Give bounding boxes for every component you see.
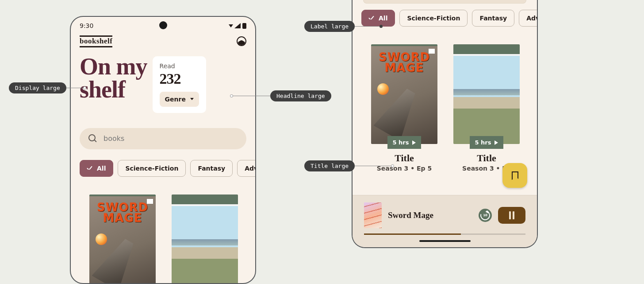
chip-fantasy[interactable]: Fantasy <box>472 10 514 27</box>
duration-play-badge[interactable]: 5 hrs <box>387 136 422 149</box>
chip-label: All <box>97 165 106 172</box>
page-title: On my shelf <box>80 55 147 101</box>
read-count-card: Read 232 Genre <box>153 56 206 113</box>
status-time: 9:30 <box>80 22 93 29</box>
annotation-pill: Title large <box>304 160 355 171</box>
brand-logo: bookshelf <box>80 35 112 47</box>
pause-bar-icon <box>509 211 511 219</box>
book-card[interactable]: SWORDMAGE 5 hrs Title Season 3 • Ep 5 <box>371 44 437 172</box>
chip-adventure[interactable]: Adventure <box>237 160 255 177</box>
nav-handle-icon <box>419 240 471 242</box>
phone-frame-a: 9:30 bookshelf On my shelf Read 232 Genr… <box>70 16 256 284</box>
annotation-title-large: Title large <box>304 160 394 171</box>
book-cover: SWORDMAGE <box>371 44 437 144</box>
camera-cutout <box>159 21 167 29</box>
now-playing-cover[interactable] <box>364 202 382 228</box>
bookmark-tag-icon <box>429 49 435 54</box>
signal-icon <box>234 23 241 28</box>
bookmark-fab[interactable] <box>502 163 527 188</box>
check-icon <box>369 16 375 20</box>
battery-icon <box>242 23 246 29</box>
hero-section: On my shelf Read 232 Genre <box>71 49 255 117</box>
chip-row: All Science-Fiction Fantasy Adventure <box>71 149 255 177</box>
book-title: Title <box>453 152 520 164</box>
genre-dropdown[interactable]: Genre <box>160 92 199 107</box>
annotation-label-large: Label large <box>304 21 383 32</box>
book-cover: SWORDMAGE <box>89 195 156 284</box>
play-icon <box>412 140 416 145</box>
skip-amount: 10 <box>483 214 487 217</box>
chevron-down-icon <box>190 98 194 100</box>
book-cover <box>172 195 238 284</box>
book-card[interactable]: 5 hrs Title Season 3 • Ep <box>453 44 520 172</box>
annotation-pill: Headline large <box>270 90 331 101</box>
pause-button[interactable] <box>498 207 525 224</box>
annotation-pill: Label large <box>304 21 355 32</box>
book-carousel[interactable]: SWORDMAGE 5 hrs Title Season 3 • Ep 5 5 … <box>353 43 537 172</box>
progress-bar[interactable] <box>364 233 525 235</box>
annotation-pill: Display large <box>9 82 66 93</box>
status-indicators <box>229 23 246 29</box>
now-playing-bar: Sword Mage 10 <box>353 195 537 247</box>
bookmark-tag-icon <box>147 199 153 204</box>
book-card[interactable]: SWORDMAGE <box>89 195 156 284</box>
read-count: 232 <box>160 70 199 87</box>
search-field-edge <box>363 0 526 4</box>
read-label: Read <box>160 62 199 70</box>
book-card[interactable] <box>172 195 238 284</box>
wifi-icon <box>229 24 233 27</box>
display-text-line1: On my <box>80 55 147 78</box>
annotation-headline-large: Headline large <box>230 90 331 101</box>
chip-fantasy[interactable]: Fantasy <box>190 160 233 177</box>
pause-bar-icon <box>513 211 514 219</box>
genre-label: Genre <box>165 96 186 103</box>
bookmark-icon <box>512 171 518 180</box>
search-input[interactable] <box>104 134 238 143</box>
gesture-nav-bar <box>353 235 537 247</box>
check-icon <box>87 166 93 171</box>
skip-forward-10-button[interactable]: 10 <box>479 209 492 222</box>
book-carousel[interactable]: SWORDMAGE <box>71 195 255 284</box>
chip-all[interactable]: All <box>80 160 113 177</box>
duration-label: 5 hrs <box>475 139 491 146</box>
account-avatar-icon[interactable] <box>237 36 246 46</box>
phone-frame-b: All Science-Fiction Fantasy Adventure SW… <box>352 0 538 248</box>
chip-adventure[interactable]: Adventure <box>519 10 537 27</box>
chip-science-fiction[interactable]: Science-Fiction <box>399 10 468 27</box>
annotation-display-large: Display large <box>9 82 86 93</box>
book-cover <box>453 44 520 144</box>
chip-science-fiction[interactable]: Science-Fiction <box>118 160 186 177</box>
display-text-line2: shelf <box>80 78 147 101</box>
search-icon <box>88 134 97 143</box>
duration-label: 5 hrs <box>393 139 409 146</box>
now-playing-title: Sword Mage <box>388 210 472 220</box>
duration-play-badge[interactable]: 5 hrs <box>470 136 504 149</box>
search-field[interactable] <box>80 128 246 149</box>
app-bar: bookshelf <box>71 32 255 49</box>
play-icon <box>494 140 498 145</box>
